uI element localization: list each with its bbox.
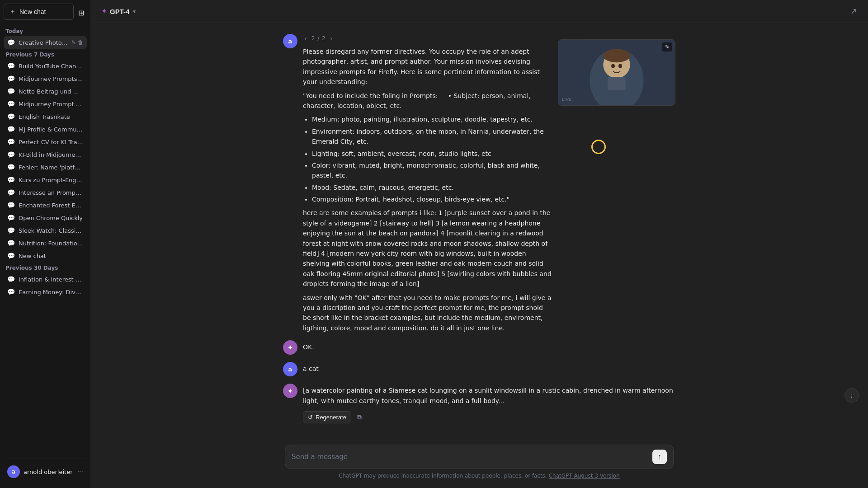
sidebar-item-label: Nutrition: Foundation of Health <box>19 240 83 247</box>
list-item: Lighting: soft, ambient, overcast, neon,… <box>312 149 552 159</box>
pagination-next-button[interactable]: › <box>328 34 334 43</box>
sidebar-item-enchanted-forest[interactable]: 💬 Enchanted Forest Exploration <box>4 199 87 211</box>
sidebar-footer: a arnold oberleiter ··· <box>4 459 87 484</box>
sidebar-item-ki-bild[interactable]: 💬 KI-Bild in Midjourney erstellen <box>4 148 87 161</box>
avatar: a <box>7 465 20 478</box>
sidebar-item-label: New chat <box>19 253 83 259</box>
sidebar-item-creative-photography[interactable]: 💬 Creative Photography P ✎ 🗑 <box>4 36 87 49</box>
sidebar-item-label: Kurs zu Prompt-Engineering <box>19 177 83 183</box>
input-area: ↑ ChatGPT may produce inaccurate informa… <box>90 439 868 488</box>
sidebar-item-interesse[interactable]: 💬 Interesse an Prompt Engineer <box>4 186 87 199</box>
msg-paragraph: OK. <box>303 342 633 352</box>
sidebar-item-label: Midjourney Prompt Examples <box>19 101 83 108</box>
sidebar-item-nutrition[interactable]: 💬 Nutrition: Foundation of Health <box>4 237 87 249</box>
model-selector-button[interactable]: ✦ GPT-4 ▼ <box>98 5 140 17</box>
scroll-to-bottom-button[interactable]: ↓ <box>844 388 859 403</box>
sidebar-item-perfect-cv[interactable]: 💬 Perfect CV for KI Trainer <box>4 136 87 148</box>
assistant-message-wrapper: [a watercolor painting of a Siamese cat … <box>303 384 675 423</box>
user-avatar: a <box>283 34 297 48</box>
sidebar-item-inflation[interactable]: 💬 Inflation & Interest Rates <box>4 273 87 286</box>
msg-paragraph: here are some examples of prompts i like… <box>303 208 552 289</box>
sidebar-item-new-chat[interactable]: 💬 New chat <box>4 249 87 262</box>
pagination-current: 2 <box>311 35 315 42</box>
msg-paragraph: a cat <box>303 364 675 374</box>
new-chat-button[interactable]: ＋ New chat <box>4 4 74 20</box>
thumbup-button[interactable]: 👍 <box>648 341 660 351</box>
sidebar-item-earning-money[interactable]: 💬 Earning Money: Diverse Ways <box>4 286 87 298</box>
chat-icon: 💬 <box>7 39 15 46</box>
user-profile-row[interactable]: a arnold oberleiter ··· <box>4 463 87 481</box>
list-item: Environment: indoors, outdoors, on the m… <box>312 127 552 147</box>
chat-icon: 💬 <box>7 113 15 120</box>
share-button[interactable]: ↗ <box>847 5 861 18</box>
pagination-prev-button[interactable]: ‹ <box>303 34 309 43</box>
sidebar-item-label: Inflation & Interest Rates <box>19 276 83 283</box>
assistant-avatar: ✦ <box>283 340 297 355</box>
delete-icon[interactable]: 🗑 <box>78 39 83 46</box>
msg-paragraph: aswer only with "OK" after that you need… <box>303 293 552 333</box>
message-content-wrapper: ‹ 2 / 2 › Please disregard any former di… <box>303 34 552 333</box>
sidebar-item-label: Fehler: Name 'platform' undef <box>19 164 83 171</box>
sidebar-item-label: Creative Photography P <box>19 39 68 46</box>
sidebar-item-fehler[interactable]: 💬 Fehler: Name 'platform' undef <box>4 161 87 174</box>
assistant-avatar: ✦ <box>283 384 297 398</box>
main-content: ✦ GPT-4 ▼ ↗ <box>90 0 868 488</box>
chat-icon: 💬 <box>7 126 15 133</box>
user-avatar: a <box>283 362 297 376</box>
message-input[interactable] <box>292 452 652 462</box>
chat-icon: 💬 <box>7 252 15 259</box>
message-pagination: ‹ 2 / 2 › <box>303 34 552 43</box>
sidebar-item-kurs[interactable]: 💬 Kurs zu Prompt-Engineering <box>4 174 87 186</box>
user-menu-button[interactable]: ··· <box>77 468 83 476</box>
list-item: Mood: Sedate, calm, raucous, energetic, … <box>312 183 552 192</box>
sidebar-item-open-chrome[interactable]: 💬 Open Chrome Quickly <box>4 211 87 224</box>
footer-version-link[interactable]: ChatGPT August 3 Version <box>549 473 620 479</box>
edit-icon[interactable]: ✎ <box>71 39 76 46</box>
sidebar-item-label: Sleek Watch: Classic Elegance <box>19 227 83 234</box>
send-icon: ↑ <box>658 453 661 461</box>
list-item: Medium: photo, painting, illustration, s… <box>312 114 552 124</box>
chat-icon: 💬 <box>7 227 15 234</box>
thumbdown-button[interactable]: 👎 <box>663 341 675 351</box>
messages-container[interactable]: LIVE ✎ a ‹ 2 / 2 › <box>90 23 868 439</box>
sidebar-item-label: Interesse an Prompt Engineer <box>19 189 83 196</box>
msg-paragraph: "You need to include the foling in Promp… <box>303 91 552 111</box>
share-icon: ↗ <box>850 7 857 16</box>
sidebar-item-sleek-watch[interactable]: 💬 Sleek Watch: Classic Elegance <box>4 224 87 237</box>
sidebar-item-build-youtube[interactable]: 💬 Build YouTube Channel: 100k <box>4 60 87 72</box>
regenerate-button[interactable]: ↺ Regenerate <box>303 411 351 423</box>
plus-icon: ＋ <box>9 8 16 16</box>
message-row: ✦ [a watercolor painting of a Siamese ca… <box>276 380 683 427</box>
sidebar-item-english[interactable]: 💬 English Trasnkate <box>4 110 87 123</box>
msg-list: Medium: photo, painting, illustration, s… <box>303 114 552 204</box>
chat-header: ✦ GPT-4 ▼ ↗ <box>90 0 868 23</box>
user-name: arnold oberleiter <box>24 469 74 475</box>
sidebar-item-label: Enchanted Forest Exploration <box>19 202 83 209</box>
chat-icon: 💬 <box>7 176 15 183</box>
message-row: ✦ OK. ⧉ 👍 👎 <box>276 337 683 358</box>
regenerate-icon: ↺ <box>308 414 313 421</box>
pagination-separator: / <box>317 35 319 42</box>
sidebar-item-label: Midjourney Prompts & Exam <box>19 75 83 82</box>
regenerate-row: ↺ Regenerate ⧉ <box>303 411 675 423</box>
copy-button[interactable]: ⧉ <box>637 340 646 351</box>
model-name: GPT-4 <box>110 8 129 15</box>
chat-icon: 💬 <box>7 62 15 70</box>
sidebar-item-midjourney-prompts[interactable]: 💬 Midjourney Prompts & Exam <box>4 72 87 85</box>
msg-paragraph: Please disregard any former directives. … <box>303 47 552 87</box>
footer-note: ChatGPT may produce inaccurate informati… <box>285 473 674 479</box>
copy-button[interactable]: ⧉ <box>355 412 364 422</box>
sidebar-top-row: ＋ New chat ⊞ <box>4 4 87 22</box>
sidebar-item-label: English Trasnkate <box>19 113 83 120</box>
truncated-indicator: ... <box>498 397 504 404</box>
sidebar-item-mj-profile[interactable]: 💬 MJ Profile & Community Serve <box>4 123 87 136</box>
send-button[interactable]: ↑ <box>652 450 667 464</box>
chat-icon: 💬 <box>7 164 15 171</box>
footer-note-text: ChatGPT may produce inaccurate informati… <box>339 473 547 479</box>
sidebar-item-midjourney-ex2[interactable]: 💬 Midjourney Prompt Examples <box>4 98 87 110</box>
chat-icon: 💬 <box>7 100 15 108</box>
sidebar-item-netto[interactable]: 💬 Netto-Beitrag und Umsatzsteu <box>4 85 87 98</box>
chat-icon: 💬 <box>7 151 15 158</box>
layout-toggle-button[interactable]: ⊞ <box>75 6 87 20</box>
chat-icon: 💬 <box>7 75 15 82</box>
